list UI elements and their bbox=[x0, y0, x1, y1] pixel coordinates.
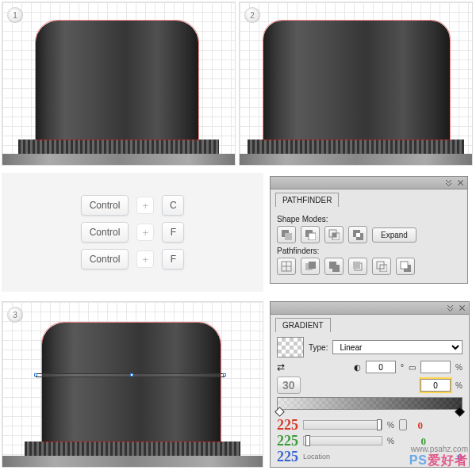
lens-base bbox=[2, 456, 263, 467]
lens-cap-shape[interactable] bbox=[42, 323, 221, 442]
lens-cap-shape[interactable] bbox=[263, 21, 450, 140]
location-label: Location bbox=[303, 453, 382, 461]
shape-modes-label: Shape Modes: bbox=[277, 215, 461, 224]
rgb-r-left-value: 225 bbox=[277, 417, 298, 434]
svg-rect-22 bbox=[401, 262, 408, 269]
step-badge: 3 bbox=[7, 307, 23, 323]
collapse-icon[interactable] bbox=[447, 304, 454, 312]
opacity-input[interactable] bbox=[420, 379, 451, 392]
collapse-icon[interactable] bbox=[445, 179, 452, 186]
shapemode-minus-front-button[interactable] bbox=[301, 226, 320, 243]
key-f: F bbox=[162, 222, 184, 243]
rgb-r-right-value: 0 bbox=[412, 419, 423, 430]
svg-rect-6 bbox=[332, 233, 336, 237]
degree-unit: ° bbox=[401, 363, 404, 372]
shortcut-row: Control + F bbox=[81, 222, 185, 243]
svg-rect-16 bbox=[332, 265, 340, 272]
pathfinder-crop-button[interactable] bbox=[348, 258, 367, 275]
reverse-gradient-icon[interactable]: ⇄ bbox=[277, 361, 285, 373]
gradient-stop-right[interactable] bbox=[455, 407, 465, 417]
artboard-step-1: 1 bbox=[2, 2, 236, 166]
gradient-panel: GRADIENT Type: Linear ⇄ ◐ ° ▭ % 30 % bbox=[270, 301, 470, 468]
plus-icon: + bbox=[136, 250, 154, 268]
svg-rect-9 bbox=[356, 233, 360, 237]
lens-base bbox=[2, 154, 235, 165]
pathfinder-trim-button[interactable] bbox=[301, 258, 320, 275]
shortcuts-card: Control + C Control + F Control + F bbox=[2, 173, 263, 292]
rgb-b-left-value: 225 bbox=[277, 449, 298, 465]
panel-header[interactable] bbox=[271, 177, 467, 189]
key-c: C bbox=[162, 195, 184, 216]
svg-rect-3 bbox=[309, 233, 316, 240]
pathfinder-merge-button[interactable] bbox=[324, 258, 344, 275]
panel-header[interactable] bbox=[271, 302, 469, 315]
percent-label: % bbox=[387, 437, 394, 445]
plus-icon: + bbox=[136, 197, 154, 214]
expand-button[interactable]: Expand bbox=[372, 227, 416, 243]
rgb-g-left-value: 225 bbox=[277, 433, 298, 449]
gradient-ramp[interactable] bbox=[277, 397, 463, 410]
percent-label: % bbox=[455, 381, 463, 390]
artboard-step-2: 2 bbox=[239, 2, 473, 166]
svg-rect-14 bbox=[309, 262, 316, 269]
shortcut-row: Control + F bbox=[81, 249, 185, 269]
key-control: Control bbox=[81, 222, 129, 243]
shortcut-row: Control + C bbox=[81, 195, 185, 216]
step-badge: 2 bbox=[244, 7, 260, 23]
location-slider[interactable] bbox=[303, 436, 382, 445]
aspect-icon: ▭ bbox=[409, 363, 416, 372]
opacity-slider[interactable] bbox=[303, 420, 382, 430]
panel-title[interactable]: GRADIENT bbox=[275, 318, 331, 332]
key-control: Control bbox=[81, 195, 129, 216]
shapemode-intersect-button[interactable] bbox=[324, 226, 344, 243]
selection-outline bbox=[263, 20, 451, 140]
opacity-hint-value: 30 bbox=[277, 377, 301, 394]
key-control: Control bbox=[81, 249, 129, 269]
pathfinder-minus-back-button[interactable] bbox=[396, 258, 415, 275]
pathfinder-divide-button[interactable] bbox=[277, 258, 296, 275]
shapemode-exclude-button[interactable] bbox=[348, 226, 367, 243]
svg-rect-18 bbox=[353, 262, 360, 269]
link-icon[interactable] bbox=[399, 419, 407, 430]
plus-icon: + bbox=[136, 224, 154, 241]
pathfinder-outline-button[interactable] bbox=[372, 258, 391, 275]
lens-cap-shape[interactable] bbox=[36, 21, 198, 140]
shapemode-unite-button[interactable] bbox=[277, 226, 296, 243]
percent-label: % bbox=[455, 363, 463, 372]
close-icon[interactable] bbox=[459, 304, 466, 312]
angle-input[interactable] bbox=[366, 361, 396, 373]
aspect-input[interactable] bbox=[420, 361, 451, 373]
step-badge: 1 bbox=[7, 7, 23, 23]
artboard-step-3: 3 bbox=[2, 301, 263, 468]
svg-rect-1 bbox=[285, 233, 292, 240]
selection-outline bbox=[35, 20, 199, 140]
percent-label: % bbox=[387, 421, 394, 430]
gradient-stop-left[interactable] bbox=[274, 407, 285, 417]
anchor-point[interactable] bbox=[130, 373, 133, 377]
pathfinder-panel: PATHFINDER Shape Modes: Expand Pathfinde… bbox=[270, 176, 468, 284]
angle-icon: ◐ bbox=[354, 363, 361, 372]
selection-band[interactable] bbox=[36, 373, 225, 377]
lens-base bbox=[240, 154, 472, 165]
pathfinders-label: Pathfinders: bbox=[277, 247, 461, 255]
anchor-point[interactable] bbox=[34, 373, 37, 377]
watermark-brand: PS爱好者 bbox=[409, 453, 468, 469]
gradient-type-select[interactable]: Linear bbox=[332, 340, 463, 354]
type-label: Type: bbox=[309, 343, 328, 352]
selection-outline bbox=[41, 322, 221, 442]
gradient-swatch[interactable] bbox=[277, 337, 304, 357]
close-icon[interactable] bbox=[457, 179, 464, 186]
panel-title[interactable]: PATHFINDER bbox=[275, 193, 339, 207]
key-f: F bbox=[162, 249, 184, 269]
anchor-point[interactable] bbox=[223, 373, 226, 377]
